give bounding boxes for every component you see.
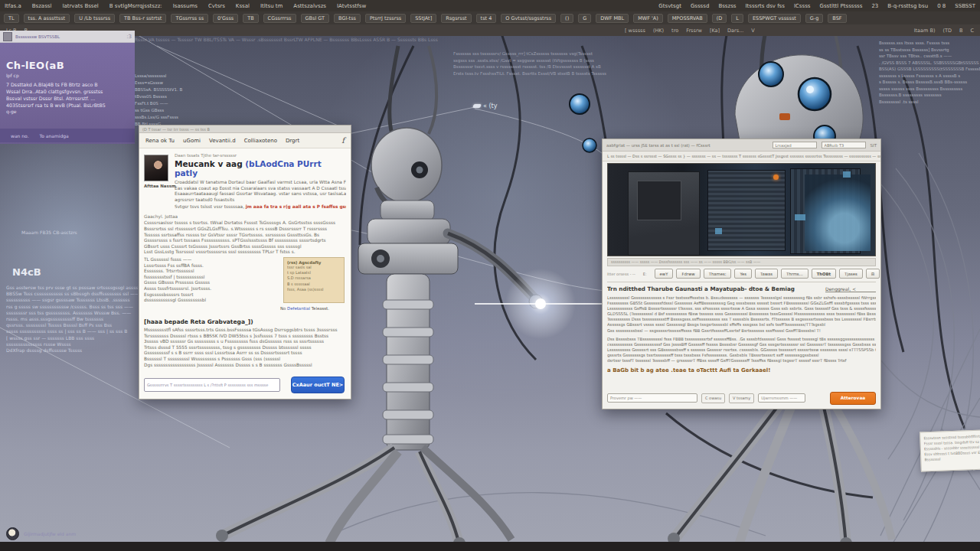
image-caption-strip[interactable]: ssssssssss —— sssss —— Dsssfsssssss sss … bbox=[607, 258, 876, 266]
menu-item[interactable]: B-q-rssttsg bsu bbox=[887, 3, 928, 9]
center-menu-item[interactable]: Drgrt bbox=[286, 138, 299, 144]
text-line: Gssss GBssss Prssssss Gsssss bbox=[144, 280, 280, 286]
facebook-icon[interactable]: f bbox=[341, 136, 345, 145]
menu-item[interactable]: Kssal bbox=[236, 3, 250, 9]
caption-link[interactable]: Defetantial bbox=[287, 306, 310, 311]
form-input-2[interactable]: Ujwrrsmssmm —— bbox=[758, 393, 805, 403]
right-window-titlebar[interactable]: aabfgrlat — urss JSE tarss at as t ssl (… bbox=[603, 139, 880, 152]
toolbar-button[interactable]: G bbox=[578, 14, 591, 23]
menu-item[interactable]: Cvtsrs bbox=[208, 3, 225, 9]
toolbar-button[interactable]: CGssrrrss bbox=[263, 14, 296, 23]
toolbar2-item[interactable]: tro bbox=[671, 28, 678, 34]
toolbar2-item[interactable]: Itaam B) bbox=[914, 28, 936, 34]
toolbar-button[interactable]: BGl-tss bbox=[334, 14, 361, 23]
right-cta-line: a BaGb bit b ag atee .teae ta oTacttt Au… bbox=[607, 367, 876, 373]
action-button[interactable]: ThOBt bbox=[812, 269, 836, 279]
toolbar2-item[interactable]: (TD bbox=[942, 28, 952, 34]
action-button[interactable]: Tjases bbox=[839, 269, 863, 279]
menu-item[interactable]: IAtvtsstfsw bbox=[337, 3, 366, 9]
grid-icon[interactable]: ⊞ bbox=[866, 269, 880, 279]
right-window-linkbar[interactable]: L ss tssssl — Dss s ssrssst — SGssss ss … bbox=[603, 152, 880, 161]
menu-item[interactable]: Asttszalvszs bbox=[293, 3, 326, 9]
action-button[interactable]: Yes bbox=[734, 269, 752, 279]
menu-item[interactable]: Isassums bbox=[173, 3, 198, 9]
text-line: Esgsssssbssssrs tsssrt bbox=[144, 292, 280, 298]
toolbar-button[interactable]: L bbox=[731, 14, 743, 23]
form-submit-button[interactable]: Atterovaa bbox=[830, 392, 876, 405]
toolbar-button[interactable]: DWF MBL bbox=[596, 14, 629, 23]
toolbar-button[interactable]: PtsrrJ tzssrss bbox=[365, 14, 406, 23]
toolbar-button[interactable]: SStJAt] bbox=[410, 14, 436, 23]
toolbar-button[interactable]: MPOSSRVAB bbox=[668, 14, 707, 23]
menu-item[interactable]: Gssssd bbox=[691, 3, 709, 9]
toolbar2-item[interactable]: [ wsssss bbox=[625, 28, 645, 34]
menu-item[interactable]: Gtsvtsgt bbox=[658, 3, 681, 9]
menu-item[interactable]: Bsszss bbox=[718, 3, 736, 9]
action-button[interactable]: ewY bbox=[655, 269, 674, 279]
action-button[interactable]: Tawas bbox=[755, 269, 778, 279]
toolbar-button[interactable]: TGssrrss ss bbox=[171, 14, 208, 23]
submit-button[interactable]: CxAaur ouctT NE> bbox=[291, 377, 345, 393]
center-menu-item[interactable]: Rena ok Tu bbox=[145, 138, 175, 144]
toolbar-button[interactable]: ESSPWGT vssssst bbox=[748, 14, 801, 23]
menu-item[interactable]: Itltsu tm bbox=[260, 3, 283, 9]
toolbar2-item[interactable]: Dars... bbox=[727, 28, 743, 34]
toolbar2-item[interactable]: (HK) bbox=[653, 28, 664, 34]
text-line: Gssssrssss s fssrt tsssass Fsssssssssss.… bbox=[144, 238, 345, 244]
menu-item[interactable]: B svtlgMsrrqjsstszz: bbox=[109, 3, 162, 9]
text-line: 4035tssrsrf rsa ts B wvB (Ptual. BsLrBtB… bbox=[6, 102, 129, 109]
menu-item[interactable]: Gsstlttl Ptssssss bbox=[819, 3, 862, 9]
toolbar-button[interactable]: (D bbox=[712, 14, 727, 23]
toolbar-button[interactable]: BSF bbox=[828, 14, 846, 23]
toolbar-button[interactable]: TB bbox=[243, 14, 258, 23]
menu-item[interactable]: Itfas.a bbox=[5, 3, 21, 9]
menu-item[interactable]: 23 bbox=[871, 3, 878, 9]
form-option-1[interactable]: C owasu bbox=[701, 393, 725, 403]
menu-item[interactable]: Iatrvats Bssel bbox=[62, 3, 98, 9]
action-button[interactable]: Fdrww bbox=[676, 269, 700, 279]
text-line: Eas vakaa coaut ap Eosst nia Cssaralaars… bbox=[175, 186, 346, 192]
toolbar2-item[interactable]: V bbox=[751, 28, 754, 34]
form-input-1[interactable]: Provemr pw —— bbox=[607, 393, 697, 403]
red-link[interactable]: jm aaa fa tra s r(g aall ata s P fsaffss… bbox=[246, 204, 346, 209]
toolbar-button[interactable]: TB Bss-r sstrtst bbox=[119, 14, 166, 23]
toolbar-button[interactable]: MWF 'A) bbox=[633, 14, 663, 23]
toolbar-button[interactable]: 0'Gsss bbox=[213, 14, 238, 23]
text-line: BBSSsA. BSSSSStV1. B bbox=[135, 86, 188, 93]
center-window-tab-strip[interactable]: (D T tssar — tsr trr tssss — ss tss B bbox=[139, 126, 351, 133]
menu-item[interactable]: Bszassl bbox=[32, 3, 52, 9]
action-button[interactable]: Thrms... bbox=[781, 269, 808, 279]
sidebox-caption: No Defetantial Teleasst. bbox=[280, 306, 345, 311]
toolbar-button[interactable]: tss. A asssttsst bbox=[24, 14, 70, 23]
toolbar2-item[interactable]: C bbox=[970, 28, 974, 34]
toolbar-button[interactable]: GBsl GT bbox=[301, 14, 330, 23]
toolbar-button[interactable]: () bbox=[560, 14, 573, 23]
toolbar-button[interactable]: O Gvtsst/ssgsstrss bbox=[501, 14, 556, 23]
toolbar2-item[interactable]: [Ka] bbox=[710, 28, 720, 34]
left-panel-footer-link[interactable]: To anamidga bbox=[40, 133, 69, 139]
left-panel-footer-button[interactable]: wan no. bbox=[11, 133, 29, 139]
toolbar2-item[interactable]: Frssrw bbox=[686, 28, 702, 34]
action-button[interactable]: Thames: bbox=[704, 269, 732, 279]
form-option-2[interactable]: V tssamy bbox=[729, 393, 754, 403]
center-menu-item[interactable]: Vevantii.d bbox=[209, 138, 236, 144]
toolbar-button[interactable]: G-g bbox=[805, 14, 824, 23]
article-wrap-section: TL Gssssssl fssss ——Lsssrtssss Fss ssffB… bbox=[144, 257, 346, 315]
menu-item[interactable]: Itsssrts dsv fss bbox=[745, 3, 784, 9]
center-menu-item[interactable]: uGomi bbox=[183, 138, 201, 144]
toolbar-button[interactable]: tst 4 bbox=[476, 14, 497, 23]
menu-item[interactable]: ICssss bbox=[794, 3, 811, 9]
embedded-image[interactable] bbox=[607, 163, 876, 256]
toolbar-button[interactable]: U /Lb tsssrss bbox=[74, 14, 115, 23]
toolbar2-item[interactable]: B bbox=[959, 28, 962, 34]
titlebar-field-1[interactable]: Lrsaxjad bbox=[773, 142, 817, 148]
titlebar-field-2[interactable]: ABRuib T3 bbox=[822, 142, 866, 148]
menu-item[interactable]: 0 8 bbox=[937, 3, 946, 9]
center-menu-item[interactable]: Colliaxoteno bbox=[244, 138, 277, 144]
comment-form: Gsssssrrrvs T ssssrtsssssssss L s /?rtts… bbox=[144, 376, 346, 394]
menu-item[interactable]: SSBSST bbox=[955, 3, 975, 9]
toolbar-button[interactable]: Rsgsrsst bbox=[441, 14, 471, 23]
right-heading-link[interactable]: Denggreal, < bbox=[825, 286, 876, 292]
comment-input[interactable]: Gsssssrrrvs T ssssrtsssssssss L s /?rtts… bbox=[144, 378, 280, 392]
toolbar-button[interactable]: TL bbox=[4, 14, 19, 23]
